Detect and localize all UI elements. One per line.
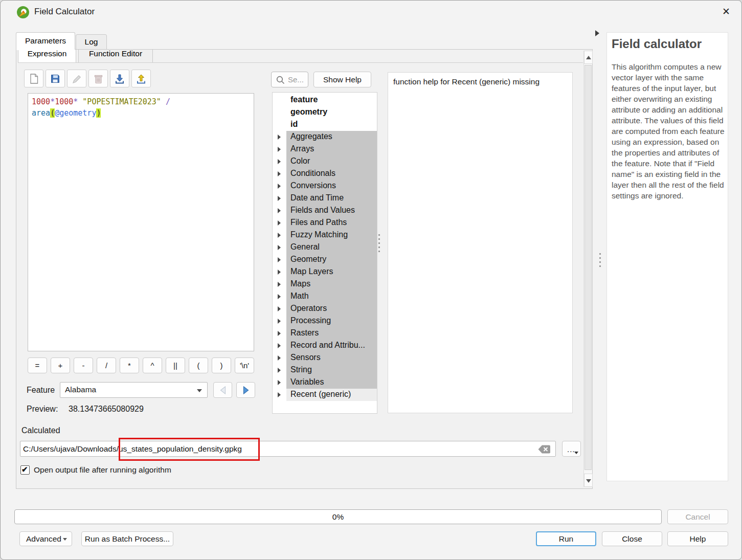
- expand-arrow-icon[interactable]: [278, 319, 281, 324]
- browse-output-button[interactable]: ...: [562, 441, 581, 457]
- tree-row-band: Recent (generic): [286, 389, 377, 401]
- expand-arrow-icon[interactable]: [278, 171, 281, 176]
- panel-splitter-grip[interactable]: [599, 253, 601, 267]
- cancel-button[interactable]: Cancel: [667, 509, 728, 524]
- scroll-down-button[interactable]: [584, 474, 593, 487]
- tree-row-label: Maps: [290, 279, 310, 288]
- export-expression-button[interactable]: [131, 70, 151, 87]
- expand-arrow-icon[interactable]: [278, 368, 281, 373]
- tab-parameters[interactable]: Parameters: [16, 32, 75, 50]
- expand-arrow-icon[interactable]: [278, 257, 281, 262]
- tab-expression[interactable]: Expression: [18, 50, 76, 63]
- function-group-row[interactable]: Maps: [273, 278, 377, 290]
- edit-expression-button[interactable]: [67, 70, 86, 87]
- delete-expression-button[interactable]: [88, 70, 108, 87]
- clear-field-icon[interactable]: [537, 444, 551, 454]
- function-group-row[interactable]: General: [273, 241, 377, 254]
- vertical-scrollbar[interactable]: [583, 51, 592, 487]
- function-group-row[interactable]: Fields and Values: [273, 205, 377, 217]
- function-group-row[interactable]: Files and Paths: [273, 217, 377, 229]
- function-group-row[interactable]: Processing: [273, 315, 377, 327]
- operator-button[interactable]: *: [120, 357, 139, 373]
- function-group-row[interactable]: Conversions: [273, 180, 377, 192]
- function-item-row[interactable]: id: [273, 119, 377, 131]
- function-item-row[interactable]: geometry: [273, 106, 377, 119]
- function-group-row[interactable]: Record and Attribu...: [273, 340, 377, 352]
- expand-arrow-icon[interactable]: [278, 220, 281, 226]
- next-feature-button[interactable]: [236, 382, 255, 398]
- expand-arrow-icon[interactable]: [278, 196, 281, 201]
- close-window-button[interactable]: ✕: [719, 5, 733, 19]
- function-group-row[interactable]: Rasters: [273, 327, 377, 340]
- expression-editor[interactable]: 1000*1000* "POPESTIMATE2023" /area(@geom…: [28, 93, 254, 351]
- function-group-row[interactable]: Date and Time: [273, 192, 377, 205]
- function-group-row[interactable]: Geometry: [273, 254, 377, 266]
- function-group-row[interactable]: Fuzzy Matching: [273, 229, 377, 241]
- run-button[interactable]: Run: [536, 531, 596, 546]
- search-input[interactable]: Se...: [271, 72, 308, 87]
- operator-button[interactable]: ^: [143, 357, 162, 373]
- operator-button[interactable]: /: [97, 357, 116, 373]
- feature-combobox[interactable]: Alabama: [60, 382, 208, 398]
- previous-feature-button[interactable]: [213, 382, 232, 398]
- import-expression-button[interactable]: [110, 70, 129, 87]
- function-group-row[interactable]: Variables: [273, 376, 377, 389]
- function-group-row[interactable]: Conditionals: [273, 168, 377, 180]
- new-expression-button[interactable]: [24, 70, 43, 87]
- expand-arrow-icon[interactable]: [278, 270, 281, 275]
- function-group-row[interactable]: Sensors: [273, 352, 377, 364]
- operator-buttons-row: =+-/*^||()'\n': [28, 357, 254, 373]
- save-expression-button[interactable]: [46, 70, 65, 87]
- tree-row-band: Processing: [286, 315, 377, 327]
- function-group-row[interactable]: Operators: [273, 303, 377, 315]
- advanced-button[interactable]: Advanced: [19, 531, 72, 546]
- function-group-row[interactable]: String: [273, 364, 377, 376]
- preview-label: Preview:: [27, 405, 58, 414]
- scrollbar-thumb[interactable]: [584, 65, 592, 470]
- run-as-batch-button[interactable]: Run as Batch Process...: [81, 531, 173, 546]
- function-group-row[interactable]: Color: [273, 155, 377, 168]
- expand-arrow-icon[interactable]: [278, 208, 281, 213]
- expand-arrow-icon[interactable]: [278, 392, 281, 397]
- tree-splitter-grip[interactable]: [378, 234, 380, 252]
- expand-arrow-icon[interactable]: [278, 147, 281, 152]
- tab-function-editor[interactable]: Function Editor: [78, 50, 153, 63]
- expand-arrow-icon[interactable]: [278, 245, 281, 250]
- function-group-row[interactable]: Arrays: [273, 143, 377, 155]
- operator-button[interactable]: -: [74, 357, 93, 373]
- collapse-panel-arrow-icon[interactable]: [595, 30, 599, 36]
- expand-arrow-icon[interactable]: [278, 159, 281, 164]
- expand-arrow-icon[interactable]: [278, 233, 281, 238]
- expand-arrow-icon[interactable]: [278, 343, 281, 348]
- output-path-field[interactable]: C:/Users/ujava/Downloads/us_states_popul…: [20, 441, 556, 457]
- expand-arrow-icon[interactable]: [278, 331, 281, 336]
- operator-button[interactable]: '\n': [235, 357, 254, 373]
- expand-arrow-icon[interactable]: [278, 306, 281, 311]
- expand-arrow-icon[interactable]: [278, 184, 281, 189]
- help-button[interactable]: Help: [667, 531, 728, 546]
- open-output-checkbox[interactable]: [20, 465, 30, 475]
- expression-token-variable: @geometry: [55, 108, 96, 118]
- expand-arrow-icon[interactable]: [278, 135, 281, 140]
- close-button[interactable]: Close: [602, 531, 662, 546]
- scroll-up-button[interactable]: [584, 51, 593, 64]
- operator-button[interactable]: =: [28, 357, 47, 373]
- operator-button[interactable]: ||: [166, 357, 185, 373]
- operator-button[interactable]: ): [212, 357, 231, 373]
- operator-button[interactable]: (: [189, 357, 208, 373]
- function-item-row[interactable]: feature: [273, 94, 377, 106]
- function-group-row[interactable]: Map Layers: [273, 266, 377, 278]
- function-group-row[interactable]: Recent (generic): [273, 389, 377, 401]
- function-group-row[interactable]: Aggregates: [273, 131, 377, 143]
- tree-row-label: Operators: [290, 304, 327, 313]
- tree-row-label: Record and Attribu...: [290, 341, 365, 350]
- expand-arrow-icon[interactable]: [278, 380, 281, 385]
- operator-button[interactable]: +: [51, 357, 70, 373]
- tree-row-label: Map Layers: [290, 267, 333, 276]
- tab-log[interactable]: Log: [76, 34, 107, 50]
- expand-arrow-icon[interactable]: [278, 355, 281, 361]
- expand-arrow-icon[interactable]: [278, 294, 281, 299]
- show-help-button[interactable]: Show Help: [313, 72, 371, 87]
- expand-arrow-icon[interactable]: [278, 282, 281, 287]
- function-group-row[interactable]: Math: [273, 290, 377, 303]
